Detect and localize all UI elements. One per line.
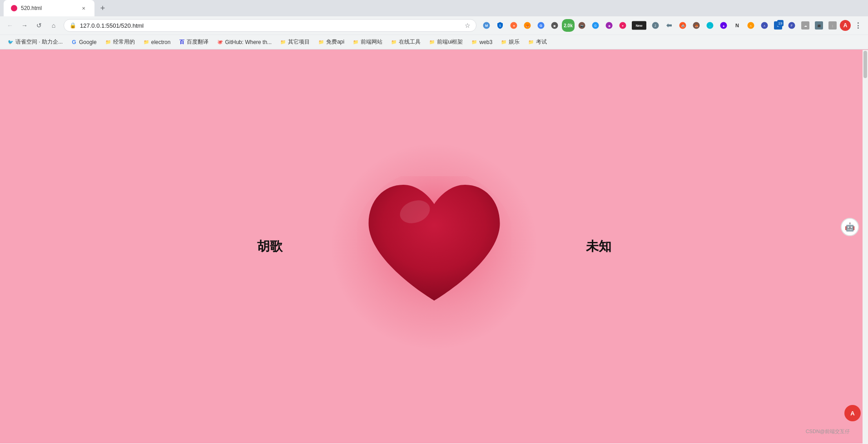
bookmark-github-label: GitHub: Where th... (225, 39, 272, 45)
ext-new-badge[interactable]: New (630, 19, 648, 32)
ext-icon-12[interactable]: 🐼 (676, 19, 689, 32)
ext-icon-1[interactable]: M (480, 19, 493, 32)
svg-text:A: A (750, 25, 752, 27)
folder-icon-3: 📁 (280, 39, 286, 45)
nav-bar: ← → ↺ ⌂ 🔒 127.0.0.1:5501/520.html ☆ M S … (0, 16, 868, 35)
address-bar[interactable]: 🔒 127.0.0.1:5501/520.html ☆ (64, 19, 476, 32)
folder-icon-4: 📁 (318, 39, 324, 45)
ext-icon-16[interactable]: N (731, 19, 744, 32)
bookmark-frontend[interactable]: 📁 前端网站 (349, 37, 386, 47)
ext-icon-23[interactable]: ⋮ (826, 19, 839, 32)
bookmark-other[interactable]: 📁 其它项目 (276, 37, 313, 47)
bookmark-github[interactable]: 🐙 GitHub: Where th... (213, 38, 275, 46)
svg-text:📷: 📷 (580, 24, 584, 28)
svg-text:🦊: 🦊 (526, 24, 530, 28)
star-icon[interactable]: ☆ (465, 22, 471, 29)
bookmark-web3-label: web3 (479, 39, 492, 45)
active-tab[interactable]: 520.html ✕ (4, 0, 94, 16)
bookmark-entertainment[interactable]: 📁 娱乐 (497, 37, 523, 47)
translate-button[interactable]: A (844, 405, 861, 421)
toolbar-icons: M S ★ 🦊 G ▣ 2.0k 📷 G (480, 19, 864, 32)
folder-icon-8: 📁 (471, 39, 477, 45)
svg-text:New: New (636, 24, 643, 27)
ext-icon-5[interactable]: G (535, 19, 547, 32)
main-content: 胡歌 (0, 49, 868, 444)
more-options-button[interactable]: ⋮ (852, 19, 864, 32)
ext-icon-8[interactable]: G (589, 19, 602, 32)
reload-button[interactable]: ↺ (33, 19, 45, 32)
folder-icon-6: 📁 (391, 39, 397, 45)
bookmark-electron[interactable]: 📁 electron (139, 38, 174, 46)
folder-icon-1: 📁 (105, 39, 111, 45)
tab-title: 520.html (21, 5, 76, 11)
svg-text:☁: ☁ (804, 24, 807, 27)
bookmark-tools[interactable]: 📁 在线工具 (387, 37, 424, 47)
name-right: 未知 (586, 238, 611, 255)
ext-icon-13[interactable]: 🦊 (690, 19, 703, 32)
svg-text:♥: ♥ (622, 25, 624, 27)
bookmark-baidu[interactable]: 百 百度翻译 (175, 37, 212, 47)
bookmark-google[interactable]: G Google (67, 38, 100, 46)
ext-icon-19[interactable]: B 19 (772, 19, 784, 32)
ext-icon-3[interactable]: ★ (507, 19, 520, 32)
bookmark-ui-label: 前端ui框架 (437, 38, 463, 46)
svg-text:G: G (594, 24, 596, 27)
ext-icon-6[interactable]: ▣ (548, 19, 561, 32)
home-button[interactable]: ⌂ (47, 19, 60, 32)
scrollbar-thumb[interactable] (863, 51, 867, 78)
folder-icon-9: 📁 (501, 39, 507, 45)
yuque-icon: 🐦 (7, 39, 14, 45)
bookmark-google-label: Google (79, 39, 97, 45)
ext-2k-counter[interactable]: 2.0k (562, 19, 575, 32)
github-icon: 🐙 (217, 39, 223, 45)
new-tab-button[interactable]: + (96, 2, 109, 15)
bookmark-other-label: 其它项目 (288, 38, 310, 46)
svg-text:⬛: ⬛ (818, 25, 821, 28)
translate-icon: A (850, 410, 854, 417)
ext-icon-18[interactable]: A (758, 19, 771, 32)
profile-button[interactable]: A (840, 20, 851, 31)
forward-button[interactable]: → (18, 19, 31, 32)
ext-icon-pink[interactable]: ♥ (616, 19, 629, 32)
bookmark-exam[interactable]: 📁 考试 (524, 37, 551, 47)
tab-bar: 520.html ✕ + (0, 0, 868, 16)
bookmark-ui[interactable]: 📁 前端ui框架 (425, 37, 466, 47)
ext-icon-11[interactable] (663, 19, 675, 32)
ext-icon-7[interactable]: 📷 (575, 19, 588, 32)
ext-icon-17[interactable]: A (744, 19, 757, 32)
svg-text:2: 2 (655, 24, 656, 27)
folder-icon-2: 📁 (143, 39, 149, 45)
ext-icon-2[interactable]: S (494, 19, 506, 32)
svg-text:F: F (791, 24, 793, 27)
ext-icon-14[interactable]: ↓ (704, 19, 716, 32)
baidu-icon: 百 (179, 39, 185, 45)
folder-icon-7: 📁 (429, 39, 435, 45)
svg-text:⋮: ⋮ (831, 25, 834, 27)
ext-icon-22[interactable]: ⬛ (813, 19, 825, 32)
ext-icon-21[interactable]: ☁ (799, 19, 812, 32)
bookmark-frontend-label: 前端网站 (361, 38, 382, 46)
ext-icon-20[interactable]: F (785, 19, 798, 32)
bookmark-freeapi[interactable]: 📁 免费api (314, 37, 348, 47)
ext-icon-4[interactable]: 🦊 (521, 19, 534, 32)
tab-close-button[interactable]: ✕ (80, 5, 87, 12)
bookmark-web3[interactable]: 📁 web3 (467, 38, 496, 46)
heart-shape (357, 176, 511, 317)
google-icon: G (71, 39, 77, 45)
back-button[interactable]: ← (4, 19, 16, 32)
bookmark-electron-label: electron (151, 39, 171, 45)
ext-icon-9[interactable]: ◉ (603, 19, 615, 32)
svg-text:S: S (499, 24, 501, 27)
svg-text:G: G (540, 24, 542, 28)
side-floating-button[interactable]: 🤖 (841, 218, 859, 236)
ext-icon-15[interactable]: ◉ (717, 19, 730, 32)
tab-favicon (11, 5, 17, 11)
scrollbar-track[interactable] (863, 50, 868, 444)
heart-container: 胡歌 (357, 176, 511, 317)
bookmark-yuque-label: 语雀空间 · 助力企... (15, 38, 63, 46)
ext-icon-10[interactable]: 2 (649, 19, 662, 32)
svg-text:A: A (764, 25, 765, 27)
bookmark-common[interactable]: 📁 经常用的 (101, 37, 139, 47)
bookmarks-bar: 🐦 语雀空间 · 助力企... G Google 📁 经常用的 📁 electr… (0, 35, 868, 49)
bookmark-yuque[interactable]: 🐦 语雀空间 · 助力企... (4, 37, 66, 47)
